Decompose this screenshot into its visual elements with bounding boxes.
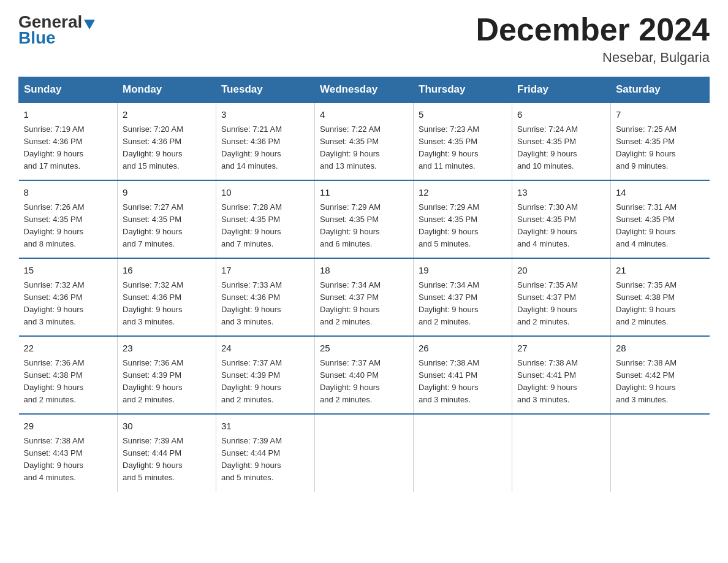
header-day-tuesday: Tuesday (216, 77, 315, 103)
day-info: Sunrise: 7:20 AMSunset: 4:36 PMDaylight:… (123, 123, 211, 173)
calendar-cell: 30Sunrise: 7:39 AMSunset: 4:44 PMDayligh… (118, 414, 216, 491)
day-number: 17 (221, 264, 309, 278)
day-info: Sunrise: 7:36 AMSunset: 4:38 PMDaylight:… (24, 357, 113, 407)
day-info: Sunrise: 7:34 AMSunset: 4:37 PMDaylight:… (320, 279, 408, 329)
calendar-cell: 20Sunrise: 7:35 AMSunset: 4:37 PMDayligh… (512, 258, 611, 336)
page-subtitle: Nesebar, Bulgaria (476, 50, 710, 66)
day-number: 29 (24, 419, 113, 434)
day-number: 30 (123, 419, 211, 434)
page-title: December 2024 (476, 12, 710, 47)
calendar-cell (512, 414, 611, 491)
day-info: Sunrise: 7:38 AMSunset: 4:42 PMDaylight:… (616, 357, 705, 407)
header-day-monday: Monday (118, 77, 216, 103)
day-number: 26 (419, 342, 507, 356)
calendar-cell: 15Sunrise: 7:32 AMSunset: 4:36 PMDayligh… (19, 258, 118, 336)
calendar-cell: 11Sunrise: 7:29 AMSunset: 4:35 PMDayligh… (315, 180, 414, 258)
calendar-cell: 25Sunrise: 7:37 AMSunset: 4:40 PMDayligh… (315, 336, 414, 414)
day-number: 6 (517, 108, 605, 122)
calendar-cell: 17Sunrise: 7:33 AMSunset: 4:36 PMDayligh… (216, 258, 315, 336)
day-number: 1 (24, 108, 113, 122)
calendar-cell: 27Sunrise: 7:38 AMSunset: 4:41 PMDayligh… (512, 336, 611, 414)
day-info: Sunrise: 7:38 AMSunset: 4:43 PMDaylight:… (24, 435, 113, 484)
day-number: 20 (517, 264, 605, 278)
header-row: SundayMondayTuesdayWednesdayThursdayFrid… (19, 77, 710, 103)
calendar-cell: 1Sunrise: 7:19 AMSunset: 4:36 PMDaylight… (19, 102, 118, 180)
calendar-cell: 4Sunrise: 7:22 AMSunset: 4:35 PMDaylight… (315, 102, 414, 180)
day-info: Sunrise: 7:39 AMSunset: 4:44 PMDaylight:… (221, 435, 309, 484)
day-number: 2 (123, 108, 211, 122)
calendar-cell: 28Sunrise: 7:38 AMSunset: 4:42 PMDayligh… (611, 336, 710, 414)
day-number: 7 (616, 108, 705, 122)
day-info: Sunrise: 7:22 AMSunset: 4:35 PMDaylight:… (320, 123, 408, 173)
calendar-cell: 19Sunrise: 7:34 AMSunset: 4:37 PMDayligh… (414, 258, 512, 336)
day-info: Sunrise: 7:27 AMSunset: 4:35 PMDaylight:… (123, 201, 211, 251)
calendar-cell: 29Sunrise: 7:38 AMSunset: 4:43 PMDayligh… (19, 414, 118, 491)
day-info: Sunrise: 7:21 AMSunset: 4:36 PMDaylight:… (221, 123, 309, 173)
week-row-2: 8Sunrise: 7:26 AMSunset: 4:35 PMDaylight… (19, 180, 710, 258)
week-row-1: 1Sunrise: 7:19 AMSunset: 4:36 PMDaylight… (19, 102, 710, 180)
day-info: Sunrise: 7:24 AMSunset: 4:35 PMDaylight:… (517, 123, 605, 173)
calendar-cell: 16Sunrise: 7:32 AMSunset: 4:36 PMDayligh… (118, 258, 216, 336)
day-number: 5 (419, 108, 507, 122)
day-number: 13 (517, 186, 605, 200)
day-info: Sunrise: 7:28 AMSunset: 4:35 PMDaylight:… (221, 201, 309, 251)
header-day-friday: Friday (512, 77, 611, 103)
day-number: 3 (221, 108, 309, 122)
day-info: Sunrise: 7:25 AMSunset: 4:35 PMDaylight:… (616, 123, 705, 173)
calendar-cell (611, 414, 710, 491)
calendar-cell: 2Sunrise: 7:20 AMSunset: 4:36 PMDaylight… (118, 102, 216, 180)
day-number: 19 (419, 264, 507, 278)
logo-blue-text: Blue (18, 28, 56, 48)
day-number: 18 (320, 264, 408, 278)
day-info: Sunrise: 7:35 AMSunset: 4:38 PMDaylight:… (616, 279, 705, 329)
calendar-cell: 8Sunrise: 7:26 AMSunset: 4:35 PMDaylight… (19, 180, 118, 258)
day-info: Sunrise: 7:33 AMSunset: 4:36 PMDaylight:… (221, 279, 309, 329)
page-header: General Blue December 2024 Nesebar, Bulg… (18, 12, 710, 66)
calendar-cell: 21Sunrise: 7:35 AMSunset: 4:38 PMDayligh… (611, 258, 710, 336)
calendar-body: 1Sunrise: 7:19 AMSunset: 4:36 PMDaylight… (19, 102, 710, 491)
day-number: 10 (221, 186, 309, 200)
logo-triangle-icon (84, 20, 95, 29)
calendar-cell: 14Sunrise: 7:31 AMSunset: 4:35 PMDayligh… (611, 180, 710, 258)
day-number: 23 (123, 342, 211, 356)
day-info: Sunrise: 7:19 AMSunset: 4:36 PMDaylight:… (24, 123, 113, 173)
day-info: Sunrise: 7:29 AMSunset: 4:35 PMDaylight:… (320, 201, 408, 251)
week-row-4: 22Sunrise: 7:36 AMSunset: 4:38 PMDayligh… (19, 336, 710, 414)
calendar-table: SundayMondayTuesdayWednesdayThursdayFrid… (18, 77, 710, 491)
calendar-cell: 26Sunrise: 7:38 AMSunset: 4:41 PMDayligh… (414, 336, 512, 414)
day-number: 11 (320, 186, 408, 200)
calendar-cell: 23Sunrise: 7:36 AMSunset: 4:39 PMDayligh… (118, 336, 216, 414)
header-day-saturday: Saturday (611, 77, 710, 103)
day-number: 16 (123, 264, 211, 278)
calendar-cell: 12Sunrise: 7:29 AMSunset: 4:35 PMDayligh… (414, 180, 512, 258)
logo: General Blue (18, 12, 95, 48)
day-number: 21 (616, 264, 705, 278)
day-number: 27 (517, 342, 605, 356)
day-info: Sunrise: 7:36 AMSunset: 4:39 PMDaylight:… (123, 357, 211, 407)
calendar-cell: 18Sunrise: 7:34 AMSunset: 4:37 PMDayligh… (315, 258, 414, 336)
day-info: Sunrise: 7:32 AMSunset: 4:36 PMDaylight:… (123, 279, 211, 329)
calendar-cell (414, 414, 512, 491)
calendar-cell: 31Sunrise: 7:39 AMSunset: 4:44 PMDayligh… (216, 414, 315, 491)
day-info: Sunrise: 7:31 AMSunset: 4:35 PMDaylight:… (616, 201, 705, 251)
calendar-cell: 24Sunrise: 7:37 AMSunset: 4:39 PMDayligh… (216, 336, 315, 414)
day-number: 9 (123, 186, 211, 200)
header-day-wednesday: Wednesday (315, 77, 414, 103)
calendar-cell: 10Sunrise: 7:28 AMSunset: 4:35 PMDayligh… (216, 180, 315, 258)
day-number: 31 (221, 419, 309, 434)
day-info: Sunrise: 7:35 AMSunset: 4:37 PMDaylight:… (517, 279, 605, 329)
calendar-cell (315, 414, 414, 491)
week-row-5: 29Sunrise: 7:38 AMSunset: 4:43 PMDayligh… (19, 414, 710, 491)
calendar-cell: 22Sunrise: 7:36 AMSunset: 4:38 PMDayligh… (19, 336, 118, 414)
day-number: 25 (320, 342, 408, 356)
day-number: 22 (24, 342, 113, 356)
day-number: 14 (616, 186, 705, 200)
header-day-thursday: Thursday (414, 77, 512, 103)
day-number: 12 (419, 186, 507, 200)
day-info: Sunrise: 7:37 AMSunset: 4:40 PMDaylight:… (320, 357, 408, 407)
day-info: Sunrise: 7:34 AMSunset: 4:37 PMDaylight:… (419, 279, 507, 329)
calendar-cell: 5Sunrise: 7:23 AMSunset: 4:35 PMDaylight… (414, 102, 512, 180)
calendar-header: SundayMondayTuesdayWednesdayThursdayFrid… (19, 77, 710, 103)
day-info: Sunrise: 7:39 AMSunset: 4:44 PMDaylight:… (123, 435, 211, 484)
day-info: Sunrise: 7:37 AMSunset: 4:39 PMDaylight:… (221, 357, 309, 407)
